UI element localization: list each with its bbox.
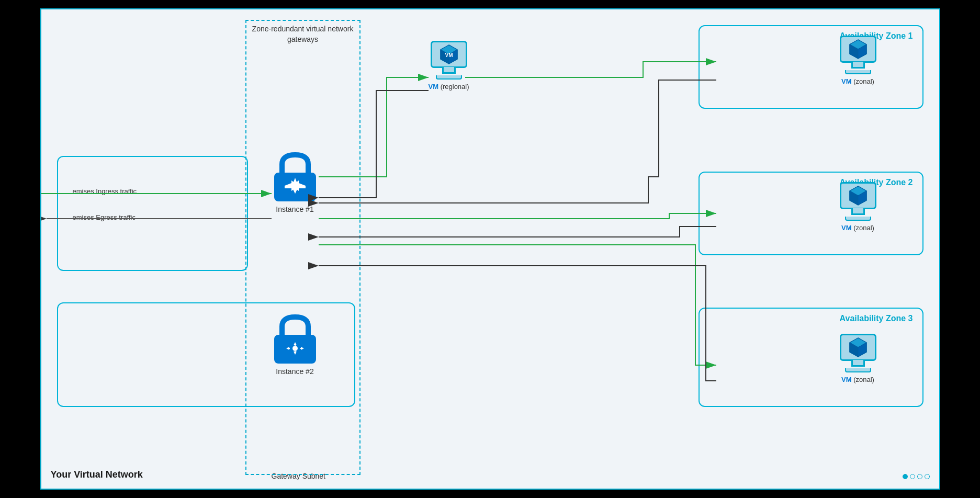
gateway-subnet-title: Zone-redundant virtual network gateways — [251, 24, 355, 44]
nav-dot-3[interactable] — [917, 474, 922, 479]
vm-zonal1-monitor — [840, 36, 876, 63]
diagram-container: Zone-redundant virtual network gateways … — [40, 8, 940, 490]
vm-zonal3-label: VM (zonal) — [841, 376, 874, 383]
vnet-label: Your Virtual Network — [51, 469, 143, 480]
vm-zonal1-base — [845, 70, 871, 74]
nav-dot-2[interactable] — [910, 474, 915, 479]
nav-dot-4[interactable] — [925, 474, 930, 479]
svg-text:VM: VM — [445, 52, 453, 58]
vm-zonal3-icon: VM (zonal) — [840, 334, 876, 383]
nav-dot-1[interactable] — [903, 474, 908, 479]
vm-regional-cube-svg: VM — [437, 43, 460, 66]
vm-regional-label: VM (regional) — [429, 83, 469, 90]
vm-zonal2-icon: VM (zonal) — [840, 182, 876, 232]
gateway-subnet-box — [245, 20, 361, 475]
vm-zonal1-label: VM (zonal) — [841, 77, 874, 85]
egress-traffic-label: emises Egress traffic — [73, 213, 136, 221]
az2-box: Availability Zone 2 — [699, 172, 923, 255]
vm-zonal3-cube-svg — [847, 336, 870, 359]
vm-zonal3-base — [845, 368, 871, 372]
nav-dots[interactable] — [903, 474, 930, 479]
vm-zonal3-monitor — [840, 334, 876, 361]
ingress-traffic-label: emises Ingress traffic — [73, 187, 137, 195]
az1-box: Availability Zone 1 — [699, 25, 923, 109]
az3-box: Availability Zone 3 — [699, 308, 923, 407]
vm-zonal2-label: VM (zonal) — [841, 224, 874, 232]
vm-zonal2-base — [845, 217, 871, 221]
az3-label: Availability Zone 3 — [840, 314, 913, 323]
vm-regional-sublabel: (regional) — [441, 83, 469, 90]
vm-zonal2-cube-svg — [847, 184, 870, 207]
vm-zonal2-monitor — [840, 182, 876, 209]
vm-zonal1-icon: VM (zonal) — [840, 36, 876, 85]
vm-zonal1-cube-svg — [847, 38, 870, 61]
vm-regional-base — [436, 75, 462, 80]
vm-regional-monitor: VM — [431, 41, 467, 68]
vm-regional-icon: VM VM (regional) — [429, 41, 469, 90]
